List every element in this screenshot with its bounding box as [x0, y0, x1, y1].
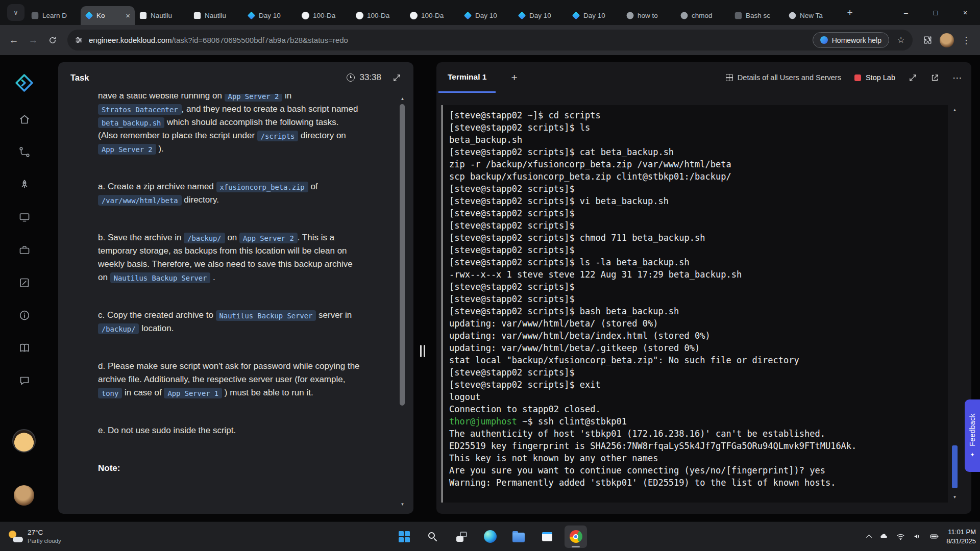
task-scrollbar[interactable]: ▲ ▼	[399, 95, 406, 508]
taskbar-clock[interactable]: 11:01 PM 8/31/2025	[946, 528, 976, 545]
volume-icon[interactable]	[913, 532, 922, 541]
browser-tab[interactable]: Day 10	[513, 6, 568, 25]
feedback-tab[interactable]: Feedback ✦	[965, 399, 980, 472]
browser-tab[interactable]: how to	[622, 6, 676, 25]
terminal-scrollbar[interactable]: ▲ ▼	[951, 106, 959, 500]
minimize-icon[interactable]: –	[891, 0, 921, 25]
system-tray: 11:01 PM 8/31/2025	[868, 522, 976, 551]
terminal-line: [steve@stapp02 scripts]$ exit	[449, 379, 945, 391]
scrollbar-thumb[interactable]	[952, 445, 958, 488]
sidebar-item-learning-path[interactable]	[18, 146, 31, 160]
scroll-down-icon[interactable]: ▼	[399, 500, 406, 508]
desktop: ∨ Learn DKo×NautiluNautiluDay 10100-Da10…	[0, 0, 980, 551]
browser-tab[interactable]: Bash sc	[730, 6, 784, 25]
browser-tab[interactable]: New Ta	[784, 6, 838, 25]
task-paragraph: a. Create a zip archive named xfusioncor…	[98, 180, 360, 207]
terminal-line: [steve@stapp02 scripts]$ cat beta_backup…	[449, 146, 945, 158]
terminal-line: [steve@stapp02 scripts]$	[449, 281, 945, 293]
window-controls: – □ ×	[891, 0, 980, 25]
sidebar-item-info[interactable]	[18, 309, 31, 323]
browser-tab[interactable]: 100-Da	[351, 6, 405, 25]
sidebar-item-playgrounds[interactable]	[18, 179, 31, 193]
browser-profile-button[interactable]	[937, 31, 957, 50]
sidebar-item-home[interactable]	[18, 113, 31, 128]
terminal-output[interactable]: [steve@stapp02 ~]$ cd scripts[steve@stap…	[442, 105, 948, 503]
file-explorer-button[interactable]	[507, 525, 530, 548]
hidden-icons-chevron[interactable]	[866, 534, 872, 540]
browser-tab[interactable]: Day 10	[459, 6, 513, 25]
terminal-line: [steve@stapp02 scripts]$ bash beta_backu…	[449, 305, 945, 317]
kodekloud-logo[interactable]	[15, 73, 34, 92]
kebab-menu-icon: ⋮	[962, 35, 971, 46]
more-options-button[interactable]: ⋯	[952, 72, 962, 84]
edge-button[interactable]	[479, 525, 501, 548]
browser-tab[interactable]: 100-Da	[297, 6, 351, 25]
sidebar-item-notes[interactable]	[18, 277, 31, 291]
terminal-line: updating: var/www/html/beta/index.html (…	[449, 330, 945, 342]
sidebar-item-labs[interactable]	[18, 211, 31, 226]
task-view-button[interactable]	[450, 525, 473, 548]
task-paragraph: b. Save the archive in /backup/ on App S…	[98, 231, 360, 284]
panel-resize-handle[interactable]	[419, 345, 426, 357]
chevron-down-icon: ∨	[14, 9, 18, 16]
chrome-icon	[570, 530, 582, 543]
browser-tab[interactable]: Day 10	[568, 6, 622, 25]
wifi-icon[interactable]	[896, 532, 905, 541]
weather-widget[interactable]: 27°C Partly cloudy	[3, 524, 66, 548]
scroll-up-icon[interactable]: ▲	[399, 95, 406, 102]
kodekloud-favicon	[85, 12, 93, 20]
note-label: Note:	[98, 463, 120, 473]
scrollbar-thumb[interactable]	[400, 104, 405, 406]
browser-menu-button[interactable]: ⋮	[957, 31, 976, 50]
open-in-new-button[interactable]	[930, 73, 939, 82]
memoji-avatar[interactable]	[12, 429, 36, 453]
bookmark-star-icon[interactable]: ☆	[893, 35, 909, 45]
task-panel: Task 33:38 have a static website running…	[58, 62, 413, 514]
url-text[interactable]: engineer.kodekloud.com/task?id=680670695…	[89, 36, 813, 44]
tab-close-icon[interactable]: ×	[126, 11, 130, 20]
browser-tab[interactable]: Nautilu	[135, 6, 189, 25]
forward-button[interactable]: →	[23, 31, 43, 50]
tab-search-button[interactable]: ∨	[7, 4, 24, 21]
task-expand-button[interactable]	[393, 73, 401, 82]
browser-tab[interactable]: Learn D	[27, 6, 81, 25]
profile-avatar[interactable]	[14, 485, 34, 506]
onedrive-cloud-icon[interactable]	[879, 532, 889, 541]
homework-help-button[interactable]: Homework help	[813, 32, 889, 48]
sidebar-item-projects[interactable]	[18, 244, 31, 258]
maximize-icon[interactable]: □	[921, 0, 950, 25]
details-users-servers-link[interactable]: Details of all Users and Servers	[726, 73, 841, 82]
terminal-tab[interactable]: Terminal 1	[438, 62, 496, 93]
browser-tab[interactable]: Ko×	[81, 6, 135, 25]
chrome-button[interactable]	[565, 525, 587, 548]
sidebar-item-library[interactable]	[18, 342, 31, 356]
briefcase-icon	[18, 244, 31, 256]
address-bar[interactable]: engineer.kodekloud.com/task?id=680670695…	[67, 30, 913, 51]
reload-icon	[48, 36, 57, 45]
battery-icon[interactable]	[929, 532, 939, 541]
task-paragraph: c. Copy the created archive to Nautilus …	[98, 309, 360, 335]
store-button[interactable]	[536, 525, 558, 548]
globe-favicon	[627, 12, 634, 19]
stop-lab-button[interactable]: Stop Lab	[854, 73, 895, 82]
weather-desc: Partly cloudy	[28, 537, 61, 544]
start-button[interactable]	[393, 525, 415, 548]
terminal-line: Are you sure you want to continue connec…	[449, 464, 945, 477]
scroll-down-icon[interactable]: ▼	[951, 493, 959, 500]
terminal-expand-button[interactable]	[909, 73, 917, 82]
taskbar-search-button[interactable]	[422, 525, 444, 548]
sidebar-item-community[interactable]	[18, 374, 31, 389]
close-icon[interactable]: ×	[950, 0, 980, 25]
extensions-button[interactable]	[918, 31, 937, 50]
site-settings-icon[interactable]	[75, 36, 83, 44]
add-terminal-button[interactable]: +	[511, 71, 517, 84]
browser-tab[interactable]: Day 10	[243, 6, 297, 25]
scroll-up-icon[interactable]: ▲	[951, 106, 959, 113]
task-text: a. Create a zip archive named	[98, 182, 216, 191]
browser-tab[interactable]: chmod	[676, 6, 730, 25]
browser-tab[interactable]: 100-Da	[405, 6, 459, 25]
back-button[interactable]: ←	[4, 31, 23, 50]
new-tab-button[interactable]: +	[842, 5, 857, 20]
reload-button[interactable]	[43, 31, 62, 50]
browser-tab[interactable]: Nautilu	[189, 6, 243, 25]
